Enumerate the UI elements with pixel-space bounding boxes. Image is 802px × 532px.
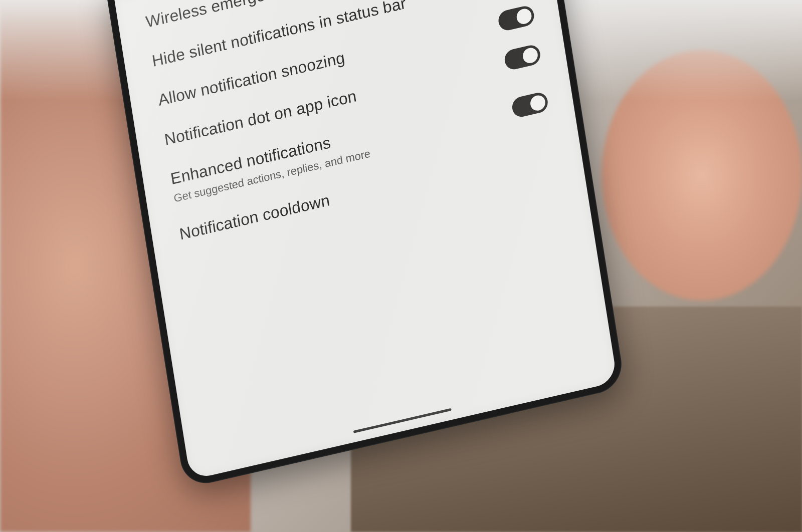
toggle-enhanced-notifications[interactable] bbox=[511, 91, 549, 119]
toggle-allow-snoozing[interactable] bbox=[497, 4, 536, 32]
toggle-notification-dot[interactable] bbox=[503, 44, 542, 72]
settings-list[interactable]: Wireless emergency alerts Hide silent no… bbox=[114, 0, 582, 260]
toggle-thumb bbox=[529, 94, 546, 112]
navigation-handle[interactable] bbox=[353, 408, 452, 433]
toggle-thumb bbox=[522, 47, 539, 65]
toggle-thumb bbox=[516, 8, 533, 26]
